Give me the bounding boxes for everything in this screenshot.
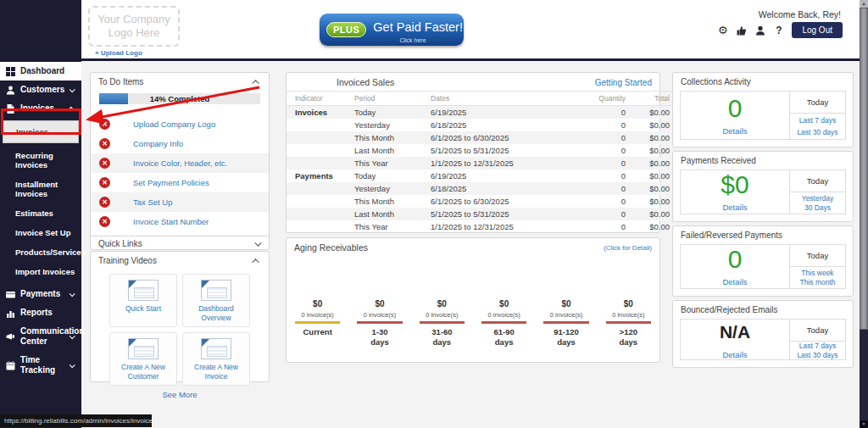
video-label: Create A New Invoice: [186, 363, 247, 381]
cell-period: Yesterday: [354, 119, 431, 131]
todo-item-link[interactable]: Invoice Start Number: [133, 217, 209, 226]
tab-link[interactable]: This week: [801, 269, 833, 277]
tab-link[interactable]: Last 30 days: [797, 128, 837, 136]
cell-total: $0.00: [626, 131, 678, 144]
todo-progress-label: 14% Completed: [99, 94, 260, 103]
todo-item-link[interactable]: Upload Company Logo: [133, 120, 215, 129]
sidebar-subitem-label: Recurring Invoices: [15, 151, 53, 170]
cell-dates: 6/18/2025: [431, 182, 583, 195]
bucket-count: 0 invoice(s): [598, 311, 659, 319]
todo-item-link[interactable]: Set Payment Policies: [133, 178, 209, 187]
click-for-detail-link[interactable]: (Click for Detail): [604, 244, 652, 252]
collapse-chevron-up-icon[interactable]: [252, 258, 259, 265]
tab-link[interactable]: Last 30 days: [797, 351, 837, 359]
todo-item: ✕ Invoice Color, Header, etc.: [91, 153, 269, 173]
tab-today[interactable]: Today: [790, 320, 845, 342]
bucket-bar: [481, 321, 526, 324]
collapse-chevron-down-icon[interactable]: [254, 239, 261, 246]
table-row: Last Month 5/1/2025 to 5/31/2025 0 $0.00: [287, 208, 678, 220]
cell-total: $0.00: [626, 106, 678, 120]
sidebar-item-time-tracking[interactable]: Time Tracking: [0, 351, 81, 380]
video-card-dashboard-overview[interactable]: Dashboard Overview: [182, 274, 250, 327]
incomplete-x-icon: ✕: [99, 119, 110, 130]
todo-item: ✕ Upload Company Logo: [91, 114, 269, 134]
collections-activity-panel: Collections Activity 0 Details Today Las…: [672, 72, 854, 147]
sidebar-item-communication-center[interactable]: Communication Center: [0, 322, 81, 351]
user-icon[interactable]: [754, 25, 765, 36]
cell-total: $0.00: [626, 170, 678, 182]
sidebar-item-dashboard[interactable]: Dashboard: [0, 62, 81, 81]
cell-period: Last Month: [354, 144, 431, 157]
cell-quantity: 0: [583, 208, 626, 220]
video-thumbnail: [201, 280, 231, 301]
video-label: Quick Start: [113, 304, 174, 314]
cell-quantity: 0: [583, 195, 626, 208]
tab-link[interactable]: Last 7 days: [799, 342, 836, 350]
sidebar-subitem-installment-invoices[interactable]: Installment Invoices: [0, 175, 81, 203]
getting-started-link[interactable]: Getting Started: [595, 78, 652, 87]
bucket-amount: $0: [411, 299, 473, 308]
logo-placeholder-line2: Logo Here: [108, 26, 160, 40]
stat-title: Collections Activity: [681, 77, 751, 86]
gear-icon[interactable]: ⚙: [717, 25, 728, 36]
cell-period: Yesterday: [354, 182, 431, 195]
tab-link[interactable]: This month: [799, 278, 835, 286]
todo-item-link[interactable]: Company Info: [133, 139, 183, 148]
details-link[interactable]: Details: [722, 126, 747, 136]
tab-today[interactable]: Today: [790, 92, 845, 114]
tab-today[interactable]: Today: [790, 170, 845, 192]
vertical-scrollbar[interactable]: ▲ ▼: [860, 0, 868, 428]
scrollbar-thumb[interactable]: [860, 8, 868, 330]
todo-item: ✕ Company Info: [91, 134, 269, 153]
training-videos-panel: Training Videos Quick Start Dashboard Ov…: [90, 251, 270, 382]
cell-indicator: [287, 119, 354, 131]
todo-item-link[interactable]: Invoice Color, Header, etc.: [133, 158, 227, 168]
sidebar-subitem-invoice-set-up[interactable]: Invoice Set Up: [0, 223, 81, 242]
todo-item-link[interactable]: Tax Set Up: [133, 197, 172, 207]
tab-today[interactable]: Today: [790, 245, 845, 267]
sidebar-item-payments[interactable]: Payments: [0, 285, 81, 303]
sidebar-subitem-recurring-invoices[interactable]: Recurring Invoices: [0, 146, 81, 175]
tab-link[interactable]: Last 7 days: [799, 116, 836, 125]
payments-received-panel: Payments Received $0 Details Today Yeste…: [672, 151, 854, 222]
cell-period: Today: [354, 170, 431, 182]
tab-link[interactable]: Yesterday: [802, 194, 834, 203]
sidebar-subitem-label: Products/Services: [15, 247, 86, 257]
sidebar-subitem-products-services[interactable]: Products/Services: [0, 242, 81, 262]
see-more-link[interactable]: See More: [91, 390, 269, 399]
details-link[interactable]: Details: [722, 277, 747, 286]
sidebar-subitem-estimates[interactable]: Estimates: [0, 203, 81, 223]
collapse-chevron-up-icon[interactable]: [252, 80, 259, 86]
scroll-up-arrow-icon[interactable]: ▲: [860, 0, 868, 8]
sidebar-item-customers[interactable]: Customers: [0, 81, 81, 99]
video-card-quick-start[interactable]: Quick Start: [109, 274, 177, 327]
aging-buckets: $0 0 invoice(s) Current $0 0 invoice(s) …: [287, 299, 659, 347]
cell-quantity: 0: [583, 182, 626, 195]
tab-link[interactable]: 30 Days: [804, 203, 831, 212]
incomplete-x-icon: ✕: [99, 216, 110, 227]
stat-value: 0: [728, 96, 743, 121]
video-card-create-customer[interactable]: Create A New Customer: [109, 332, 177, 386]
sidebar-subitem-import-invoices[interactable]: Import Invoices: [0, 262, 81, 281]
sidebar-subitem-invoices[interactable]: Invoices: [3, 120, 79, 143]
bucket-label2: days: [557, 337, 576, 347]
thumbs-up-icon[interactable]: [736, 25, 747, 36]
logout-button[interactable]: Log Out: [792, 22, 843, 38]
sidebar-item-label: Communication Center: [20, 326, 64, 347]
video-card-create-invoice[interactable]: Create A New Invoice: [182, 332, 250, 386]
sidebar-item-invoices[interactable]: Invoices: [0, 99, 81, 118]
bucket-label: Current: [303, 327, 332, 336]
details-link[interactable]: Details: [722, 350, 747, 359]
cell-indicator: [287, 195, 354, 208]
get-paid-faster-banner[interactable]: PLUS Get Paid Faster! Click here: [320, 14, 464, 46]
banner-click-here[interactable]: Click here: [369, 37, 457, 43]
help-icon[interactable]: ?: [773, 25, 784, 36]
todo-title: To Do Items: [98, 77, 143, 86]
scroll-down-arrow-icon[interactable]: ▼: [860, 420, 868, 428]
sidebar-subitem-label: Estimates: [15, 208, 53, 218]
upload-logo-link[interactable]: + Upload Logo: [95, 49, 142, 57]
sidebar-item-reports[interactable]: Reports: [0, 303, 81, 322]
status-url-tooltip: https://billing.reliabills.com/admin/inv…: [0, 414, 152, 427]
details-link[interactable]: Details: [722, 203, 747, 212]
aging-bucket-91-120: $0 0 invoice(s) 91-120days: [535, 299, 597, 347]
